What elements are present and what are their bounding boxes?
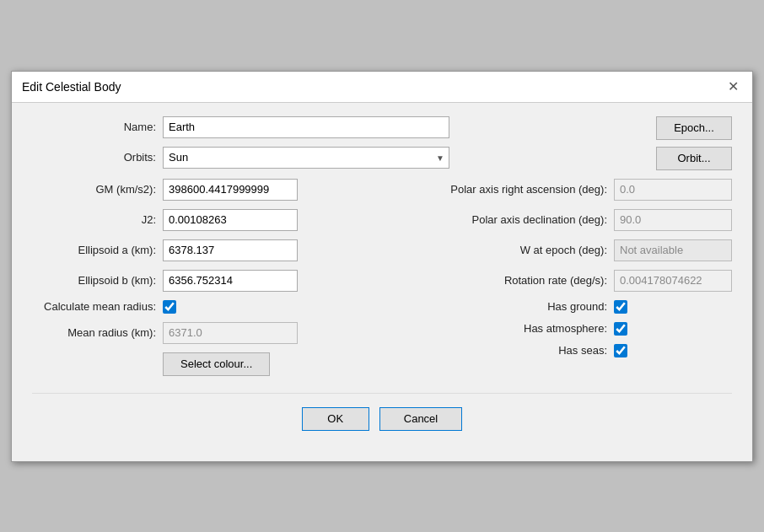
polar-dec-row: Polar axis declination (deg): — [352, 209, 732, 231]
ellipsoid-a-row: Ellipsoid a (km): — [32, 239, 352, 261]
has-seas-label: Has seas: — [352, 344, 614, 357]
top-section: Name: Orbits: Sun ▼ Epoch... Orbit... — [32, 116, 732, 177]
has-seas-checkbox-wrapper — [614, 344, 732, 357]
orbits-select[interactable]: Sun — [163, 147, 449, 169]
cancel-button[interactable]: Cancel — [379, 407, 462, 431]
has-ground-checkbox-wrapper — [614, 300, 732, 314]
gm-row: GM (km/s2): — [32, 179, 352, 201]
w-epoch-label: W at epoch (deg): — [352, 244, 614, 256]
has-seas-checkbox[interactable] — [614, 344, 627, 357]
top-buttons: Epoch... Orbit... — [656, 116, 732, 170]
dialog-footer: OK Cancel — [32, 393, 732, 448]
dialog-title: Edit Celestial Body — [22, 80, 121, 94]
w-epoch-input[interactable] — [614, 239, 732, 261]
has-atmosphere-label: Has atmosphere: — [352, 322, 614, 335]
dialog: Edit Celestial Body ✕ Name: Orbits: Sun — [11, 71, 753, 462]
dialog-body: Name: Orbits: Sun ▼ Epoch... Orbit... — [12, 103, 752, 461]
polar-ra-row: Polar axis right ascension (deg): — [352, 179, 732, 201]
has-atmosphere-row: Has atmosphere: — [352, 322, 732, 336]
has-seas-row: Has seas: — [352, 344, 732, 357]
orbits-row: Orbits: Sun ▼ — [32, 147, 636, 169]
polar-dec-input[interactable] — [614, 209, 732, 231]
mean-radius-label: Mean radius (km): — [32, 326, 163, 339]
name-row: Name: — [32, 116, 636, 138]
has-ground-checkbox[interactable] — [614, 300, 627, 314]
name-orbits-section: Name: Orbits: Sun ▼ — [32, 116, 636, 177]
ellipsoid-a-label: Ellipsoid a (km): — [32, 244, 163, 256]
mean-radius-row: Mean radius (km): — [32, 322, 352, 344]
j2-row: J2: — [32, 209, 352, 231]
name-label: Name: — [32, 121, 163, 133]
polar-dec-label: Polar axis declination (deg): — [352, 213, 614, 226]
polar-ra-input[interactable] — [614, 179, 732, 201]
orbit-button[interactable]: Orbit... — [656, 147, 732, 170]
left-column: GM (km/s2): J2: Ellipsoid a (km): Ellips… — [32, 179, 352, 384]
polar-ra-label: Polar axis right ascension (deg): — [352, 183, 614, 196]
mean-radius-input[interactable] — [163, 322, 298, 344]
j2-input[interactable] — [163, 209, 298, 231]
close-button[interactable]: ✕ — [724, 78, 742, 95]
gm-label: GM (km/s2): — [32, 183, 163, 196]
rotation-rate-label: Rotation rate (deg/s): — [352, 274, 614, 287]
colour-row: Select colour... — [32, 352, 352, 376]
right-column: Polar axis right ascension (deg): Polar … — [352, 179, 732, 384]
select-colour-button[interactable]: Select colour... — [163, 352, 270, 376]
orbits-label: Orbits: — [32, 151, 163, 164]
ellipsoid-b-input[interactable] — [163, 270, 298, 292]
ellipsoid-b-label: Ellipsoid b (km): — [32, 274, 163, 287]
has-atmosphere-checkbox[interactable] — [614, 322, 627, 336]
has-ground-label: Has ground: — [352, 300, 614, 313]
name-input[interactable] — [163, 116, 449, 138]
calculate-mean-radius-checkbox[interactable] — [163, 300, 176, 314]
orbits-select-wrapper: Sun ▼ — [163, 147, 449, 169]
rotation-rate-input[interactable] — [614, 270, 732, 292]
ellipsoid-a-input[interactable] — [163, 239, 298, 261]
has-atmosphere-checkbox-wrapper — [614, 322, 732, 336]
ok-button[interactable]: OK — [302, 407, 369, 431]
rotation-rate-row: Rotation rate (deg/s): — [352, 270, 732, 292]
calculate-mean-radius-checkbox-wrapper — [163, 300, 176, 314]
gm-input[interactable] — [163, 179, 298, 201]
w-epoch-row: W at epoch (deg): — [352, 239, 732, 261]
calculate-mean-radius-row: Calculate mean radius: — [32, 300, 352, 314]
title-bar: Edit Celestial Body ✕ — [12, 72, 752, 103]
main-columns: GM (km/s2): J2: Ellipsoid a (km): Ellips… — [32, 179, 732, 384]
epoch-button[interactable]: Epoch... — [656, 116, 732, 140]
j2-label: J2: — [32, 213, 163, 226]
calculate-mean-radius-label: Calculate mean radius: — [32, 300, 163, 313]
ellipsoid-b-row: Ellipsoid b (km): — [32, 270, 352, 292]
has-ground-row: Has ground: — [352, 300, 732, 314]
